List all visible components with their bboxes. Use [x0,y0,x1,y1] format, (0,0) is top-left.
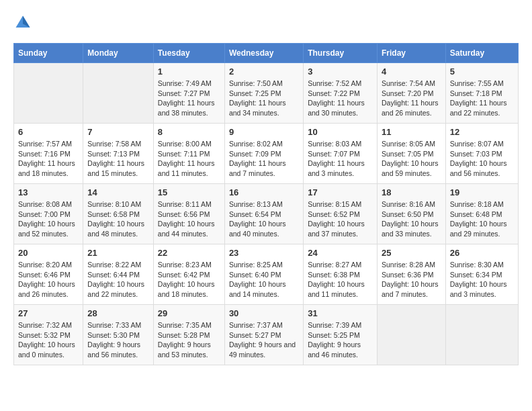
calendar-cell: 18 Sunrise: 8:16 AM Sunset: 6:50 PM Dayl… [377,184,445,244]
weekday-header: Thursday [304,44,378,63]
day-info: Sunrise: 8:27 AM Sunset: 6:38 PM Dayligh… [308,260,373,300]
day-number: 13 [18,187,79,197]
calendar-week-row: 27 Sunrise: 7:32 AM Sunset: 5:32 PM Dayl… [14,305,519,365]
day-number: 4 [382,66,441,77]
calendar-cell: 5 Sunrise: 7:55 AM Sunset: 7:18 PM Dayli… [445,63,518,124]
calendar-cell: 14 Sunrise: 8:10 AM Sunset: 6:58 PM Dayl… [83,184,154,244]
day-info: Sunrise: 8:03 AM Sunset: 7:07 PM Dayligh… [308,139,373,179]
weekday-header: Friday [377,44,445,63]
day-info: Sunrise: 8:15 AM Sunset: 6:52 PM Dayligh… [308,199,373,239]
weekday-row: SundayMondayTuesdayWednesdayThursdayFrid… [14,44,519,63]
calendar-header: SundayMondayTuesdayWednesdayThursdayFrid… [14,44,519,63]
day-number: 12 [450,127,514,137]
day-number: 7 [87,127,149,137]
calendar-cell [14,63,83,124]
calendar-cell: 12 Sunrise: 8:07 AM Sunset: 7:03 PM Dayl… [445,124,518,184]
day-number: 2 [229,66,299,77]
calendar-cell: 2 Sunrise: 7:50 AM Sunset: 7:25 PM Dayli… [224,63,303,124]
calendar-cell: 29 Sunrise: 7:35 AM Sunset: 5:28 PM Dayl… [153,305,224,365]
day-number: 8 [158,127,220,137]
calendar-week-row: 20 Sunrise: 8:20 AM Sunset: 6:46 PM Dayl… [14,244,519,305]
calendar-cell: 27 Sunrise: 7:32 AM Sunset: 5:32 PM Dayl… [14,305,83,365]
calendar-cell: 8 Sunrise: 8:00 AM Sunset: 7:11 PM Dayli… [153,124,224,184]
calendar-cell: 24 Sunrise: 8:27 AM Sunset: 6:38 PM Dayl… [304,244,378,305]
day-info: Sunrise: 8:07 AM Sunset: 7:03 PM Dayligh… [450,139,514,179]
day-number: 23 [229,248,299,258]
day-info: Sunrise: 7:55 AM Sunset: 7:18 PM Dayligh… [450,79,514,118]
day-info: Sunrise: 7:33 AM Sunset: 5:30 PM Dayligh… [87,320,149,360]
day-number: 19 [450,187,514,197]
day-number: 21 [87,248,149,258]
day-info: Sunrise: 8:20 AM Sunset: 6:46 PM Dayligh… [18,260,79,300]
calendar-cell [377,305,445,365]
logo-icon [13,13,32,32]
day-info: Sunrise: 7:50 AM Sunset: 7:25 PM Dayligh… [229,79,299,118]
calendar-cell: 1 Sunrise: 7:49 AM Sunset: 7:27 PM Dayli… [153,63,224,124]
day-info: Sunrise: 8:28 AM Sunset: 6:36 PM Dayligh… [382,260,441,300]
weekday-header: Tuesday [153,44,224,63]
day-info: Sunrise: 8:00 AM Sunset: 7:11 PM Dayligh… [158,139,220,179]
day-info: Sunrise: 7:58 AM Sunset: 7:13 PM Dayligh… [87,139,149,179]
day-number: 24 [308,248,373,258]
calendar-week-row: 6 Sunrise: 7:57 AM Sunset: 7:16 PM Dayli… [14,124,519,184]
day-number: 3 [308,66,373,77]
day-number: 29 [158,308,220,318]
logo [13,13,35,32]
calendar-week-row: 13 Sunrise: 8:08 AM Sunset: 7:00 PM Dayl… [14,184,519,244]
calendar-body: 1 Sunrise: 7:49 AM Sunset: 7:27 PM Dayli… [14,63,519,365]
calendar-cell: 13 Sunrise: 8:08 AM Sunset: 7:00 PM Dayl… [14,184,83,244]
day-info: Sunrise: 7:49 AM Sunset: 7:27 PM Dayligh… [158,79,220,118]
day-number: 25 [382,248,441,258]
day-info: Sunrise: 7:54 AM Sunset: 7:20 PM Dayligh… [382,79,441,118]
day-number: 16 [229,187,299,197]
weekday-header: Sunday [14,44,83,63]
calendar-cell: 10 Sunrise: 8:03 AM Sunset: 7:07 PM Dayl… [304,124,378,184]
calendar-cell: 31 Sunrise: 7:39 AM Sunset: 5:25 PM Dayl… [304,305,378,365]
day-info: Sunrise: 8:30 AM Sunset: 6:34 PM Dayligh… [450,260,514,300]
calendar-cell: 16 Sunrise: 8:13 AM Sunset: 6:54 PM Dayl… [224,184,303,244]
day-number: 22 [158,248,220,258]
day-number: 15 [158,187,220,197]
calendar-cell: 30 Sunrise: 7:37 AM Sunset: 5:27 PM Dayl… [224,305,303,365]
calendar-cell: 22 Sunrise: 8:23 AM Sunset: 6:42 PM Dayl… [153,244,224,305]
day-number: 17 [308,187,373,197]
day-number: 30 [229,308,299,318]
day-number: 26 [450,248,514,258]
calendar-cell [83,63,154,124]
day-number: 10 [308,127,373,137]
calendar-cell: 15 Sunrise: 8:11 AM Sunset: 6:56 PM Dayl… [153,184,224,244]
day-info: Sunrise: 8:13 AM Sunset: 6:54 PM Dayligh… [229,199,299,239]
day-number: 18 [382,187,441,197]
page-header [13,13,519,32]
day-info: Sunrise: 8:08 AM Sunset: 7:00 PM Dayligh… [18,199,79,239]
day-info: Sunrise: 8:05 AM Sunset: 7:05 PM Dayligh… [382,139,441,179]
day-info: Sunrise: 7:37 AM Sunset: 5:27 PM Dayligh… [229,320,299,360]
day-info: Sunrise: 8:10 AM Sunset: 6:58 PM Dayligh… [87,199,149,239]
calendar-cell: 28 Sunrise: 7:33 AM Sunset: 5:30 PM Dayl… [83,305,154,365]
day-info: Sunrise: 8:02 AM Sunset: 7:09 PM Dayligh… [229,139,299,179]
day-number: 11 [382,127,441,137]
day-number: 6 [18,127,79,137]
day-number: 9 [229,127,299,137]
calendar-cell: 17 Sunrise: 8:15 AM Sunset: 6:52 PM Dayl… [304,184,378,244]
day-info: Sunrise: 7:57 AM Sunset: 7:16 PM Dayligh… [18,139,79,179]
day-info: Sunrise: 7:39 AM Sunset: 5:25 PM Dayligh… [308,320,373,360]
weekday-header: Saturday [445,44,518,63]
day-number: 20 [18,248,79,258]
day-number: 1 [158,66,220,77]
calendar-cell: 21 Sunrise: 8:22 AM Sunset: 6:44 PM Dayl… [83,244,154,305]
day-info: Sunrise: 8:23 AM Sunset: 6:42 PM Dayligh… [158,260,220,300]
day-number: 27 [18,308,79,318]
calendar-table: SundayMondayTuesdayWednesdayThursdayFrid… [13,43,519,365]
calendar-week-row: 1 Sunrise: 7:49 AM Sunset: 7:27 PM Dayli… [14,63,519,124]
day-number: 5 [450,66,514,77]
day-info: Sunrise: 8:11 AM Sunset: 6:56 PM Dayligh… [158,199,220,239]
calendar-cell: 9 Sunrise: 8:02 AM Sunset: 7:09 PM Dayli… [224,124,303,184]
calendar-cell [445,305,518,365]
day-info: Sunrise: 7:52 AM Sunset: 7:22 PM Dayligh… [308,79,373,118]
day-number: 31 [308,308,373,318]
day-number: 28 [87,308,149,318]
day-info: Sunrise: 7:35 AM Sunset: 5:28 PM Dayligh… [158,320,220,360]
day-info: Sunrise: 7:32 AM Sunset: 5:32 PM Dayligh… [18,320,79,360]
calendar-cell: 20 Sunrise: 8:20 AM Sunset: 6:46 PM Dayl… [14,244,83,305]
